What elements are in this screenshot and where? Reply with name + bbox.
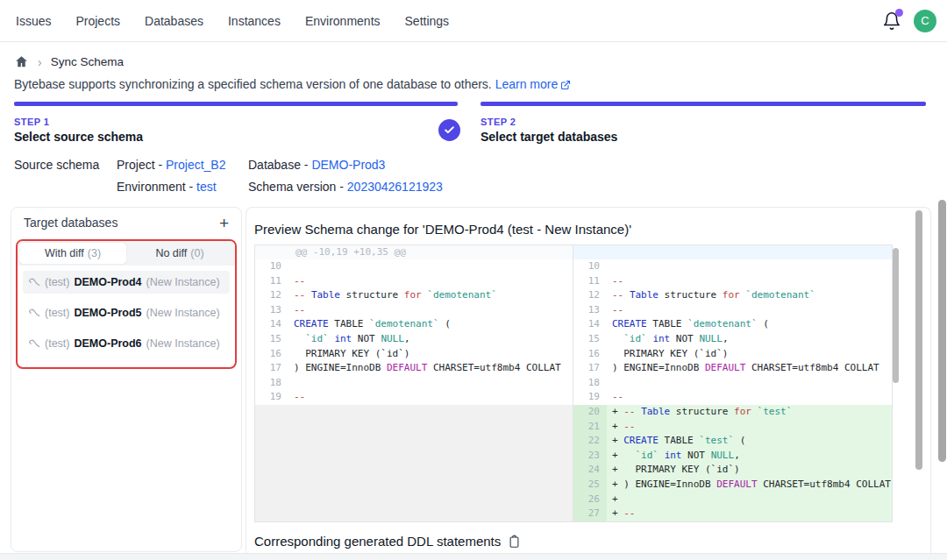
page-scrollbar[interactable] (938, 200, 946, 462)
diff-row: 26+ (573, 493, 892, 507)
diff-row: 20+ -- Table structure for `test` (573, 405, 892, 420)
source-field-link[interactable]: test (196, 180, 217, 194)
diff-row: 15 `id` int NOT NULL, (255, 332, 573, 347)
source-field-link[interactable]: DEMO-Prod3 (311, 158, 385, 172)
code-line: + -- (607, 507, 892, 521)
target-databases-panel: Target databases + With diff(3)No diff(0… (11, 207, 242, 552)
line-number: 17 (255, 361, 288, 376)
diff-pane-target: 1011--12-- Table structure for `demotena… (573, 245, 892, 521)
line-number: 13 (255, 303, 288, 318)
diff-row: 24+ PRIMARY KEY (`id`) (573, 463, 892, 478)
code-line: -- Table structure for `demotenant` (288, 288, 573, 303)
diff-filler-row (255, 478, 573, 493)
tab-label: No diff (155, 247, 187, 259)
diff-filler-row (255, 507, 573, 521)
line-number: 16 (573, 347, 607, 362)
top-nav: IssuesProjectsDatabasesInstancesEnvironm… (0, 0, 947, 42)
diff-row: 27+ -- (573, 507, 892, 521)
line-number: 10 (255, 259, 288, 274)
schema-diff-view: @@ -10,19 +10,35 @@ 1011--12-- Table str… (254, 245, 893, 522)
target-databases-highlight-box: With diff(3)No diff(0) (test)DEMO-Prod4(… (16, 239, 237, 369)
mysql-icon (28, 308, 40, 319)
target-db-row[interactable]: (test)DEMO-Prod4(New Instance) (23, 271, 230, 294)
target-db-row[interactable]: (test)DEMO-Prod5(New Instance) (23, 301, 230, 324)
avatar[interactable]: C (914, 10, 936, 32)
line-number: 18 (573, 376, 607, 391)
nav-item-projects[interactable]: Projects (75, 14, 120, 28)
line-number: 21 (573, 420, 607, 435)
diff-row: 19-- (573, 390, 892, 405)
code-line: + PRIMARY KEY (`id`) (607, 463, 892, 478)
code-line: -- Table structure for `demotenant` (607, 288, 892, 303)
code-line: `id` int NOT NULL, (288, 332, 573, 347)
step1: STEP 1 Select source schema (14, 117, 143, 144)
preview-card: Preview Schema change for 'DEMO-Prod4 (t… (246, 207, 931, 560)
code-line: + (607, 493, 892, 507)
intro-description: Bytebase supports synchronizing a specif… (14, 77, 492, 91)
db-name: DEMO-Prod5 (74, 307, 141, 319)
step1-label: STEP 1 (14, 117, 143, 127)
source-field-name: Project - (117, 158, 166, 172)
line-number: 24 (573, 463, 607, 478)
source-schema-label: Source schema (14, 158, 99, 172)
code-line: -- (607, 303, 892, 318)
source-field: Environment - test (117, 180, 248, 194)
line-number: 16 (255, 347, 288, 362)
line-number: 11 (573, 274, 607, 289)
notification-dot (895, 9, 903, 17)
learn-more-link[interactable]: Learn more (495, 77, 559, 91)
diff-filler-row (255, 449, 573, 464)
diff-row: 10 (573, 259, 892, 274)
copy-clipboard-icon[interactable] (508, 535, 521, 549)
breadcrumb-current: Sync Schema (51, 55, 124, 68)
tab-no-diff[interactable]: No diff(0) (126, 243, 233, 264)
diff-row: 16 PRIMARY KEY (`id`) (255, 347, 573, 362)
code-line (288, 259, 573, 274)
source-field-name: Schema version - (248, 180, 347, 194)
db-env: (test) (45, 276, 69, 288)
breadcrumb: › Sync Schema (14, 54, 124, 69)
step2-title: Select target databases (481, 130, 617, 144)
diff-row: 18 (255, 376, 573, 391)
diff-pane-source: @@ -10,19 +10,35 @@ 1011--12-- Table str… (255, 245, 573, 521)
source-field: Project - Project_B2 (117, 158, 248, 172)
source-field-link[interactable]: 20230426121923 (347, 180, 443, 194)
nav-items: IssuesProjectsDatabasesInstancesEnvironm… (16, 14, 449, 28)
diff-source-lines: 1011--12-- Table structure for `demotena… (255, 259, 573, 521)
nav-item-databases[interactable]: Databases (145, 14, 203, 28)
diff-row: 12-- Table structure for `demotenant` (573, 288, 892, 303)
diff-row: 10 (255, 259, 573, 274)
diff-row: 17) ENGINE=InnoDB DEFAULT CHARSET=utf8mb… (255, 361, 573, 376)
add-target-database-button[interactable]: + (219, 215, 229, 231)
source-field-link[interactable]: Project_B2 (166, 158, 225, 172)
line-number: 18 (255, 376, 288, 391)
diff-filler-row (255, 463, 573, 478)
target-db-row[interactable]: (test)DEMO-Prod6(New Instance) (23, 332, 230, 355)
preview-card-scrollbar[interactable] (915, 210, 922, 470)
nav-item-issues[interactable]: Issues (16, 14, 51, 28)
nav-item-environments[interactable]: Environments (305, 14, 381, 28)
step1-title: Select source schema (14, 130, 143, 144)
mysql-icon (28, 277, 40, 288)
diff-pane-scrollbar[interactable] (893, 248, 899, 383)
code-line: PRIMARY KEY (`id`) (607, 347, 892, 362)
target-databases-title: Target databases (24, 216, 117, 230)
line-number: 27 (573, 507, 607, 521)
db-suffix: (New Instance) (146, 307, 220, 319)
code-line: + `id` int NOT NULL, (607, 449, 892, 464)
code-line (288, 376, 573, 391)
line-number: 19 (255, 390, 288, 405)
step2: STEP 2 Select target databases (481, 117, 617, 144)
nav-item-settings[interactable]: Settings (405, 14, 450, 28)
code-line: + -- (607, 420, 892, 435)
nav-item-instances[interactable]: Instances (228, 14, 281, 28)
home-icon[interactable] (14, 54, 29, 69)
code-line: PRIMARY KEY (`id`) (288, 347, 573, 362)
tab-with-diff[interactable]: With diff(3) (19, 243, 126, 264)
notifications-bell-icon[interactable] (882, 11, 901, 31)
diff-row: 11-- (255, 274, 573, 289)
diff-row: 16 PRIMARY KEY (`id`) (573, 347, 892, 362)
source-field-name: Environment - (117, 180, 196, 194)
code-line: ) ENGINE=InnoDB DEFAULT CHARSET=utf8mb4 … (607, 361, 892, 376)
diff-row: 14CREATE TABLE `demotenant` ( (573, 317, 892, 332)
